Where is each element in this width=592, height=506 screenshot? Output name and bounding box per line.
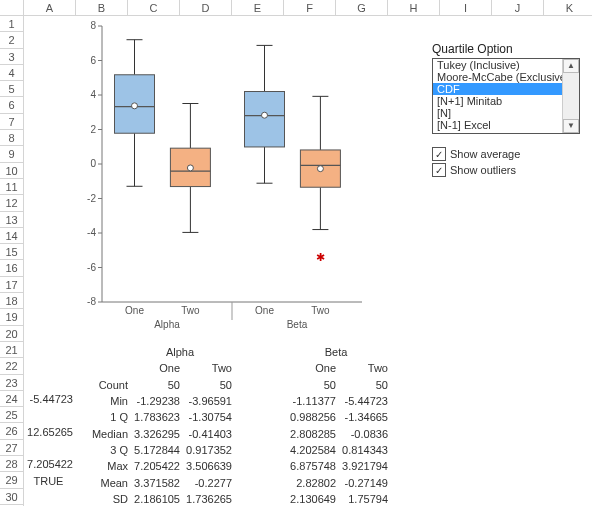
stat-value[interactable]: 2.808285 [284, 425, 336, 441]
stat-value[interactable]: 3.371582 [128, 474, 180, 490]
column-header-b[interactable]: B [76, 0, 128, 16]
stat-value[interactable]: -0.2277 [180, 474, 232, 490]
scroll-up-icon[interactable]: ▲ [563, 59, 579, 73]
row-header-1[interactable]: 1 [0, 16, 24, 32]
stat-value[interactable]: -1.29238 [128, 393, 180, 409]
stat-value[interactable]: -0.0836 [336, 425, 388, 441]
quartile-option-item[interactable]: [N-1] Excel [433, 119, 563, 131]
boxplot-chart: -8-6-4-202468OneTwoOne✱TwoAlphaBeta [72, 20, 370, 340]
stat-value[interactable]: 2.82802 [284, 474, 336, 490]
column-header-h[interactable]: H [388, 0, 440, 16]
row-header-19[interactable]: 19 [0, 309, 24, 325]
column-header-g[interactable]: G [336, 0, 388, 16]
stat-value[interactable]: 50 [336, 377, 388, 393]
stat-value[interactable]: 5.172844 [128, 442, 180, 458]
stat-value[interactable]: 3.326295 [128, 425, 180, 441]
svg-text:-8: -8 [87, 296, 96, 307]
row-header-29[interactable]: 29 [0, 472, 24, 488]
row-header-24[interactable]: 24 [0, 391, 24, 407]
quartile-option-label: Quartile Option [432, 42, 582, 56]
stat-value[interactable]: 6.875748 [284, 458, 336, 474]
row-header-13[interactable]: 13 [0, 212, 24, 228]
stat-value[interactable]: 50 [180, 377, 232, 393]
stat-value[interactable]: 1.75794 [336, 491, 388, 506]
stat-value[interactable]: -3.96591 [180, 393, 232, 409]
row-header-4[interactable]: 4 [0, 65, 24, 81]
cell-a28[interactable]: 7.205422 [24, 456, 76, 472]
stat-value[interactable]: -1.34665 [336, 409, 388, 425]
listbox-scrollbar[interactable]: ▲ ▼ [562, 59, 579, 133]
quartile-option-item[interactable]: [N] [433, 107, 563, 119]
row-header-6[interactable]: 6 [0, 97, 24, 113]
stat-value[interactable]: 1.736265 [180, 491, 232, 506]
quartile-option-item[interactable]: Moore-McCabe (Exclusive) [433, 71, 563, 83]
row-header-10[interactable]: 10 [0, 163, 24, 179]
scroll-down-icon[interactable]: ▼ [563, 119, 579, 133]
row-header-3[interactable]: 3 [0, 49, 24, 65]
stat-value[interactable]: -5.44723 [336, 393, 388, 409]
column-headers: ABCDEFGHIJK [0, 0, 592, 16]
row-header-21[interactable]: 21 [0, 342, 24, 358]
row-header-26[interactable]: 26 [0, 423, 24, 439]
cell-a24[interactable]: -5.44723 [24, 391, 76, 407]
row-header-8[interactable]: 8 [0, 130, 24, 146]
row-header-2[interactable]: 2 [0, 32, 24, 48]
checkbox-icon: ✓ [432, 163, 446, 177]
row-header-9[interactable]: 9 [0, 146, 24, 162]
column-header-i[interactable]: I [440, 0, 492, 16]
column-header-f[interactable]: F [284, 0, 336, 16]
cell-a26[interactable]: 12.65265 [24, 424, 76, 440]
stat-value[interactable]: -1.30754 [180, 409, 232, 425]
corner-cell[interactable] [0, 0, 24, 16]
subgroup-header: Two [336, 360, 388, 376]
stat-value[interactable]: 0.988256 [284, 409, 336, 425]
row-header-17[interactable]: 17 [0, 277, 24, 293]
stat-label: SD [76, 491, 128, 506]
row-header-16[interactable]: 16 [0, 260, 24, 276]
row-header-28[interactable]: 28 [0, 456, 24, 472]
column-header-a[interactable]: A [24, 0, 76, 16]
stat-value[interactable]: -0.27149 [336, 474, 388, 490]
quartile-option-item[interactable]: Tukey (Inclusive) [433, 59, 563, 71]
stat-value[interactable]: -1.11377 [284, 393, 336, 409]
column-header-k[interactable]: K [544, 0, 592, 16]
stat-value[interactable]: 1.783623 [128, 409, 180, 425]
quartile-option-item[interactable]: CDF [433, 83, 563, 95]
cell-a29[interactable]: TRUE [24, 473, 76, 489]
row-header-5[interactable]: 5 [0, 81, 24, 97]
column-header-c[interactable]: C [128, 0, 180, 16]
row-header-11[interactable]: 11 [0, 179, 24, 195]
stat-value[interactable]: 2.186105 [128, 491, 180, 506]
stat-value[interactable]: 4.202584 [284, 442, 336, 458]
row-header-20[interactable]: 20 [0, 326, 24, 342]
stat-value[interactable]: 7.205422 [128, 458, 180, 474]
column-header-e[interactable]: E [232, 0, 284, 16]
row-header-22[interactable]: 22 [0, 358, 24, 374]
row-header-18[interactable]: 18 [0, 293, 24, 309]
stat-value[interactable]: 3.506639 [180, 458, 232, 474]
stat-value[interactable]: 50 [284, 377, 336, 393]
stat-value[interactable]: 3.921794 [336, 458, 388, 474]
svg-rect-40 [245, 92, 285, 147]
row-header-25[interactable]: 25 [0, 407, 24, 423]
show-average-checkbox[interactable]: ✓ Show average [432, 146, 582, 162]
show-outliers-checkbox[interactable]: ✓ Show outliers [432, 162, 582, 178]
row-header-7[interactable]: 7 [0, 114, 24, 130]
row-header-23[interactable]: 23 [0, 375, 24, 391]
column-header-j[interactable]: J [492, 0, 544, 16]
row-header-27[interactable]: 27 [0, 440, 24, 456]
stat-value[interactable]: -0.41403 [180, 425, 232, 441]
svg-point-42 [262, 112, 268, 118]
row-header-30[interactable]: 30 [0, 489, 24, 505]
row-header-14[interactable]: 14 [0, 228, 24, 244]
row-header-15[interactable]: 15 [0, 244, 24, 260]
quartile-option-item[interactable]: [N+1] Minitab [433, 95, 563, 107]
stat-value[interactable]: 0.917352 [180, 442, 232, 458]
stat-value[interactable]: 0.814343 [336, 442, 388, 458]
quartile-option-listbox[interactable]: Tukey (Inclusive)Moore-McCabe (Exclusive… [432, 58, 580, 134]
column-header-d[interactable]: D [180, 0, 232, 16]
stat-value[interactable]: 50 [128, 377, 180, 393]
svg-point-34 [187, 165, 193, 171]
stat-value[interactable]: 2.130649 [284, 491, 336, 506]
row-header-12[interactable]: 12 [0, 195, 24, 211]
